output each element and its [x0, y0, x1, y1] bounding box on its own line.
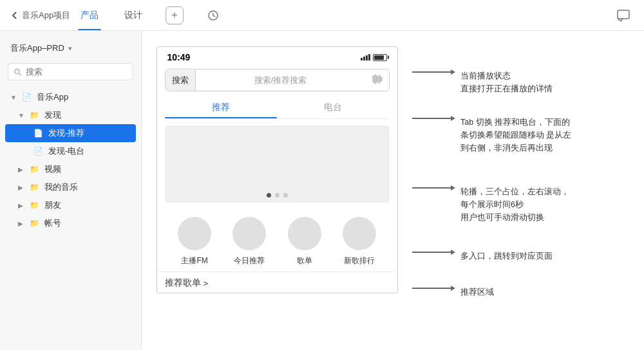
entry-icon-playlist	[288, 217, 321, 250]
annotation-3: 轮播，三个占位，左右滚动， 每个展示时间6秒 用户也可手动滑动切换	[412, 185, 631, 224]
phone-entries: 主播FM 今日推荐 歌单 新歌排行	[157, 209, 397, 272]
phone-status-bar: 10:49	[157, 47, 397, 65]
sidebar-item-discover-radio[interactable]: 📄 发现-电台	[0, 142, 141, 160]
svg-rect-5	[375, 75, 376, 84]
file-icon: 📄	[22, 93, 32, 102]
entry-item-fm[interactable]: 主播FM	[178, 217, 211, 266]
search-placeholder: 搜索/推荐搜索	[196, 70, 366, 91]
signal-bar-4	[368, 54, 370, 60]
toggle-icon: ▼	[18, 112, 26, 119]
annotation-text-2: Tab 切换 推荐和电台，下面的 条切换希望能跟随移动 是从左 到右侧，非消失后…	[460, 116, 571, 154]
sidebar-item-account[interactable]: ▶ 📁 帐号	[0, 214, 141, 232]
sidebar-item-discover[interactable]: ▼ 📁 发现	[0, 106, 141, 124]
folder-icon: 📁	[30, 165, 39, 174]
phone-tabs: 推荐 电台	[165, 95, 390, 119]
annotation-4: 多入口，跳转到对应页面	[412, 250, 631, 262]
carousel-dots	[267, 193, 288, 198]
project-dropdown-icon[interactable]: ▾	[68, 44, 72, 53]
annotation-text-3: 轮播，三个占位，左右滚动， 每个展示时间6秒 用户也可手动滑动切换	[460, 185, 569, 224]
back-button[interactable]: 音乐App项目	[10, 10, 70, 21]
entry-item-newrank[interactable]: 新歌排行	[343, 217, 376, 266]
svg-line-3	[19, 73, 21, 75]
annotation-text-5: 推荐区域	[460, 286, 494, 299]
phone-mockup: 10:49 搜索	[156, 46, 398, 293]
chat-button[interactable]	[613, 5, 634, 26]
toggle-icon: ▼	[10, 94, 18, 101]
folder-icon: 📁	[30, 219, 39, 228]
sidebar: 音乐App–PRD ▾ ▼ 📄 音乐App ▼ 📁 发现	[0, 31, 142, 350]
entry-label-playlist: 歌单	[297, 255, 312, 266]
svg-rect-1	[618, 10, 629, 19]
entry-label-newrank: 新歌排行	[344, 255, 375, 266]
carousel-dot-1[interactable]	[267, 193, 271, 198]
signal-bar-1	[361, 58, 363, 60]
tab-design[interactable]: 设计	[122, 0, 145, 30]
svg-rect-7	[379, 75, 380, 83]
entry-item-daily[interactable]: 今日推荐	[232, 217, 266, 266]
annotations-panel: 当前播放状态 直接打开正在播放的详情 Tab 切换 推荐和电台，下面的 条切换希…	[412, 31, 644, 350]
sidebar-item-friends[interactable]: ▶ 📁 朋友	[0, 196, 141, 214]
search-input[interactable]	[26, 67, 128, 77]
top-bar: 音乐App项目 产品 设计 ＋	[0, 0, 644, 31]
annotation-text-4: 多入口，跳转到对应页面	[460, 250, 553, 262]
tab-product[interactable]: 产品	[78, 0, 101, 30]
entry-label-daily: 今日推荐	[234, 255, 265, 266]
folder-icon: 📁	[30, 111, 39, 120]
arrow-3	[412, 185, 455, 190]
entry-item-playlist[interactable]: 歌单	[288, 217, 321, 266]
entry-icon-newrank	[343, 217, 376, 250]
entry-icon-daily	[232, 217, 266, 250]
entry-label-fm: 主播FM	[181, 255, 207, 266]
recommend-title: 推荐歌单	[165, 277, 201, 289]
toggle-icon: ▶	[18, 220, 26, 227]
signal-bar-3	[366, 55, 368, 60]
annotation-5: 推荐区域	[412, 286, 631, 299]
folder-icon: 📁	[30, 183, 39, 192]
carousel-dot-3[interactable]	[283, 193, 288, 198]
right-panel: 10:49 搜索	[142, 31, 644, 350]
recommend-more[interactable]: >	[204, 279, 209, 288]
phone-area: 10:49 搜索	[142, 31, 412, 350]
phone-recommend-header: 推荐歌单 >	[157, 272, 397, 293]
status-icons	[361, 54, 387, 61]
sidebar-project: 音乐App–PRD ▾	[0, 39, 141, 58]
toggle-icon: ▶	[18, 184, 26, 191]
sidebar-item-mymusic[interactable]: ▶ 📁 我的音乐	[0, 178, 141, 196]
search-label: 搜索	[166, 70, 196, 91]
sidebar-item-discover-recommend[interactable]: 📄 发现-推荐	[5, 124, 136, 142]
sidebar-item-video[interactable]: ▶ 📁 视频	[0, 160, 141, 178]
add-tab-button[interactable]: ＋	[166, 6, 184, 24]
signal-bar-2	[363, 57, 365, 60]
file-icon: 📄	[33, 129, 43, 138]
file-icon: 📄	[33, 147, 43, 156]
top-tabs: 产品 设计 ＋	[78, 0, 613, 30]
back-icon	[10, 11, 19, 20]
svg-point-2	[15, 69, 19, 73]
annotation-text-1: 当前播放状态 直接打开正在播放的详情	[460, 69, 553, 95]
tab-recommend[interactable]: 推荐	[165, 95, 278, 118]
tab-radio[interactable]: 电台	[277, 95, 390, 118]
history-button[interactable]	[204, 6, 222, 24]
main-content: 音乐App–PRD ▾ ▼ 📄 音乐App ▼ 📁 发现	[0, 31, 644, 350]
carousel-dot-2[interactable]	[275, 193, 279, 198]
annotation-1: 当前播放状态 直接打开正在播放的详情	[412, 69, 631, 95]
annotation-2: Tab 切换 推荐和电台，下面的 条切换希望能跟随移动 是从左 到右侧，非消失后…	[412, 116, 631, 154]
project-title: 音乐App项目	[22, 10, 70, 21]
signal-bars	[361, 54, 370, 60]
audio-search-icon[interactable]	[366, 69, 389, 91]
sidebar-search[interactable]	[8, 63, 133, 80]
arrow-4	[412, 250, 455, 255]
entry-icon-fm	[178, 217, 211, 250]
arrow-5	[412, 286, 455, 291]
svg-rect-6	[377, 77, 378, 82]
phone-search-bar[interactable]: 搜索 搜索/推荐搜索	[165, 69, 390, 91]
phone-carousel	[165, 125, 390, 203]
phone-time: 10:49	[167, 52, 191, 62]
folder-icon: 📁	[30, 201, 39, 210]
battery-icon	[373, 54, 387, 61]
tab-indicator	[165, 117, 278, 118]
arrow-2	[412, 116, 455, 121]
battery-fill	[374, 55, 384, 60]
sidebar-item-musicapp[interactable]: ▼ 📄 音乐App	[0, 88, 141, 106]
sidebar-tree: ▼ 📄 音乐App ▼ 📁 发现 📄 发现-推荐 📄 发现-电台	[0, 88, 141, 342]
